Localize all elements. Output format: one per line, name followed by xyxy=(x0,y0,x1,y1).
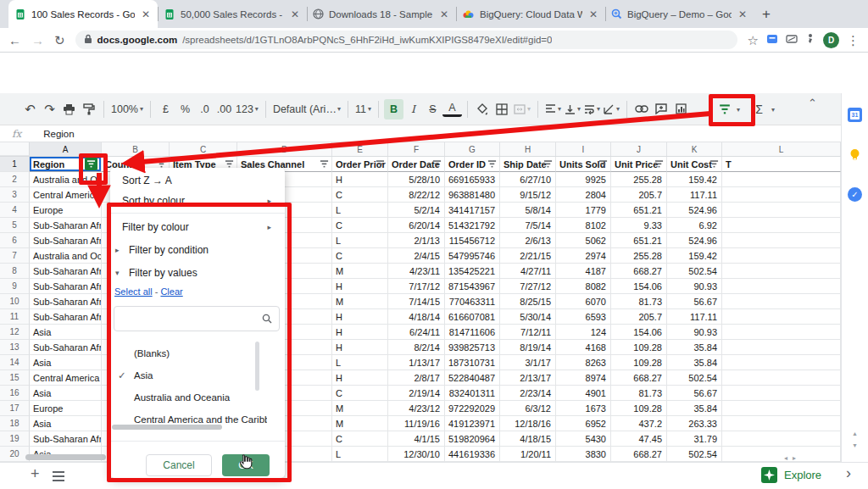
row-number-5[interactable]: 5 xyxy=(0,218,30,233)
insert-link-icon[interactable] xyxy=(632,99,652,119)
cell-G1[interactable]: Order ID xyxy=(445,157,500,172)
cell-A13[interactable]: Sub-Saharan Africa xyxy=(30,340,102,355)
menu-item-filter-by-colour[interactable]: Filter by colour▸ xyxy=(110,217,285,237)
cell-L12[interactable] xyxy=(722,325,841,340)
cell-A3[interactable]: Central America and the Caribbean xyxy=(30,187,102,203)
cell-G19[interactable]: 519820964 xyxy=(445,431,500,447)
cell-K18[interactable]: 263.33 xyxy=(667,416,722,431)
cell-E2[interactable]: H xyxy=(332,172,388,187)
cell-F12[interactable]: 6/24/11 xyxy=(388,325,445,340)
column-filter-icon[interactable] xyxy=(487,159,497,170)
menu-item-sort-by-colour[interactable]: Sort by colour▸ xyxy=(110,191,285,211)
column-filter-icon[interactable] xyxy=(376,159,385,170)
cell-I3[interactable]: 2804 xyxy=(556,187,611,203)
show-side-panel-icon[interactable]: › xyxy=(846,464,851,482)
cell-J16[interactable]: 81.73 xyxy=(611,386,667,401)
scroll-up-icon[interactable]: ▲ xyxy=(852,431,858,436)
cell-L16[interactable] xyxy=(722,386,841,401)
cell-I20[interactable]: 3830 xyxy=(556,447,611,462)
cell-I17[interactable]: 1673 xyxy=(556,401,611,416)
cell-A4[interactable]: Europe xyxy=(30,203,102,218)
cell-E13[interactable]: H xyxy=(332,340,388,355)
filter-caret-icon[interactable]: ▾ xyxy=(737,106,740,114)
cell-A2[interactable]: Australia and Oceania xyxy=(30,172,102,187)
browser-tab-1[interactable]: 100 Sales Records - Google S✕ xyxy=(8,0,158,28)
row-number-7[interactable]: 7 xyxy=(0,248,30,264)
cell-K10[interactable]: 56.67 xyxy=(667,294,722,309)
cell-A18[interactable]: Asia xyxy=(30,416,102,431)
cell-F14[interactable]: 1/13/17 xyxy=(388,355,445,370)
cell-G8[interactable]: 135425221 xyxy=(445,264,500,279)
cell-H15[interactable]: 2/13/17 xyxy=(500,370,556,386)
cell-I18[interactable]: 6952 xyxy=(556,416,611,431)
cell-L19[interactable] xyxy=(722,431,841,447)
browser-tab-5[interactable]: BigQuery – Demo – Google Cl✕ xyxy=(605,0,754,28)
cell-I15[interactable]: 8974 xyxy=(556,370,611,386)
cell-L15[interactable] xyxy=(722,370,841,386)
row-number-3[interactable]: 3 xyxy=(0,187,30,203)
text-color-icon[interactable]: A xyxy=(442,101,462,117)
cell-A12[interactable]: Asia xyxy=(30,325,102,340)
cell-F18[interactable]: 11/19/16 xyxy=(388,416,445,431)
cell-J4[interactable]: 651.21 xyxy=(611,203,667,218)
zoom-select[interactable]: 100% ▾ xyxy=(109,99,145,119)
cell-I10[interactable]: 6070 xyxy=(556,294,611,309)
row-number-11[interactable]: 11 xyxy=(0,309,30,325)
cell-A1[interactable]: Region xyxy=(30,157,102,172)
cell-I8[interactable]: 4187 xyxy=(556,264,611,279)
cell-H18[interactable]: 12/18/16 xyxy=(500,416,556,431)
cell-J7[interactable]: 255.28 xyxy=(611,248,667,264)
cell-J3[interactable]: 205.7 xyxy=(611,187,667,203)
browser-tab-2[interactable]: 50,000 Sales Records - Goog✕ xyxy=(158,0,307,28)
cell-K11[interactable]: 117.11 xyxy=(667,309,722,325)
cell-F4[interactable]: 5/2/14 xyxy=(388,203,445,218)
cell-L13[interactable] xyxy=(722,340,841,355)
cell-K12[interactable]: 90.93 xyxy=(667,325,722,340)
cell-I16[interactable]: 4901 xyxy=(556,386,611,401)
cell-J5[interactable]: 9.33 xyxy=(611,218,667,233)
filter-value-item[interactable]: Australia and Oceania xyxy=(110,386,267,408)
tab-close-icon[interactable]: ✕ xyxy=(289,8,301,20)
cell-F3[interactable]: 8/22/12 xyxy=(388,187,445,203)
browser-tab-4[interactable]: BigQuery: Cloud Data Wareho✕ xyxy=(456,0,605,28)
cell-I1[interactable]: Units Sold xyxy=(556,157,611,172)
row-number-6[interactable]: 6 xyxy=(0,233,30,248)
new-tab-button[interactable]: + xyxy=(754,3,778,28)
column-filter-icon[interactable] xyxy=(320,159,329,170)
horizontal-scroll-arrows[interactable]: ◂▸ xyxy=(784,454,801,462)
cell-E3[interactable]: C xyxy=(332,187,388,203)
cell-E7[interactable]: C xyxy=(332,248,388,264)
cell-I4[interactable]: 1779 xyxy=(556,203,611,218)
row-number-20[interactable]: 20 xyxy=(0,447,30,462)
italic-icon[interactable]: I xyxy=(403,99,423,119)
column-header-D[interactable]: D xyxy=(237,142,332,156)
cell-I2[interactable]: 9925 xyxy=(556,172,611,187)
cell-F8[interactable]: 4/23/11 xyxy=(388,264,445,279)
tab-close-icon[interactable]: ✕ xyxy=(438,8,450,20)
cell-K20[interactable]: 502.54 xyxy=(667,447,722,462)
cell-K13[interactable]: 35.84 xyxy=(667,340,722,355)
column-header-K[interactable]: K xyxy=(667,142,722,156)
cell-A6[interactable]: Sub-Saharan Africa xyxy=(30,233,102,248)
column-header-F[interactable]: F xyxy=(388,142,445,156)
column-header-A[interactable]: A xyxy=(30,142,102,156)
cell-E6[interactable]: L xyxy=(332,233,388,248)
format-currency-icon[interactable]: £ xyxy=(156,99,175,119)
tab-close-icon[interactable]: ✕ xyxy=(737,8,748,20)
cell-F1[interactable]: Order Date xyxy=(388,157,445,172)
column-header-L[interactable]: L xyxy=(722,142,841,156)
clear-link[interactable]: Clear xyxy=(160,286,182,297)
cell-J11[interactable]: 205.7 xyxy=(611,309,667,325)
add-sheet-icon[interactable]: + xyxy=(31,465,40,483)
filter-value-item[interactable]: ✓Asia xyxy=(110,364,267,386)
back-icon[interactable]: ← xyxy=(8,34,21,47)
cell-J15[interactable]: 668.27 xyxy=(611,370,667,386)
cell-H19[interactable]: 4/18/15 xyxy=(500,431,556,447)
calendar-icon[interactable]: 31 xyxy=(848,108,862,122)
cell-F2[interactable]: 5/28/10 xyxy=(388,172,445,187)
browser-profile-avatar[interactable]: D xyxy=(823,32,839,48)
cell-F16[interactable]: 2/19/14 xyxy=(388,386,445,401)
active-filter-chip[interactable] xyxy=(85,158,97,170)
cell-G20[interactable]: 441619336 xyxy=(445,447,500,462)
tab-close-icon[interactable]: ✕ xyxy=(587,8,599,20)
